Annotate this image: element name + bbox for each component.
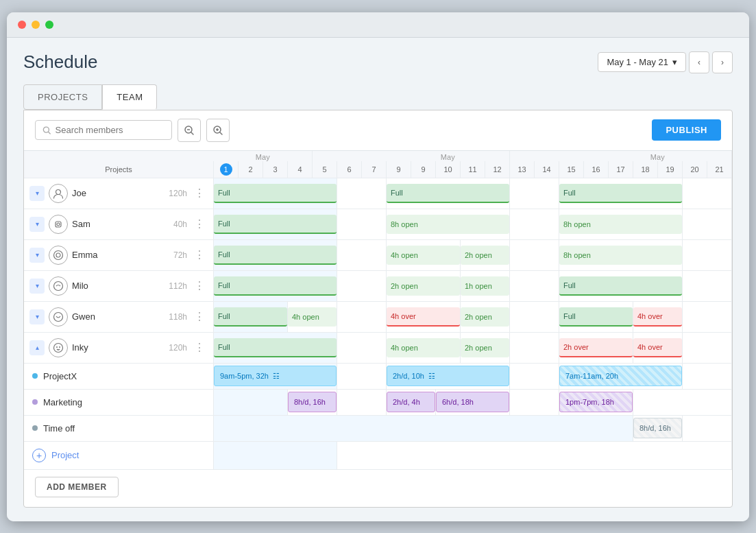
more-joe-button[interactable]: ⋮ [191,187,208,200]
joe-bar-3[interactable]: Full [559,178,683,209]
sam-bar-1[interactable]: Full [214,209,337,239]
gwen-empty-3 [683,301,732,332]
emma-bar-3[interactable]: 2h open [461,239,510,270]
day-3: 3 [263,161,288,178]
gwen-bar-1[interactable]: Full [214,301,288,332]
milo-bar-1[interactable]: Full [214,270,337,301]
member-name-milo: Milo [72,281,164,291]
inky-bar-2[interactable]: 4h open [387,332,461,363]
expand-inky-button[interactable]: ▴ [29,340,45,355]
milo-bar-4[interactable]: Full [559,270,683,301]
marketing-empty-3 [510,389,559,415]
search-box[interactable] [35,120,172,140]
date-range-button[interactable]: May 1 - May 21 ▾ [598,52,686,72]
svg-point-18 [59,346,60,348]
add-project-cell[interactable]: + Project [24,441,214,469]
add-member-button[interactable]: ADD MEMBER [35,477,119,497]
inky-bar-3[interactable]: 2h open [461,332,510,363]
member-cell-joe: ▾ Joe 120h ⋮ [24,178,214,209]
sam-empty-2 [510,209,559,239]
expand-joe-button[interactable]: ▾ [29,186,45,201]
more-emma-button[interactable]: ⋮ [191,248,208,261]
emma-bar-2[interactable]: 4h open [387,239,461,270]
timeoff-bar-1[interactable]: 8h/d, 16h [633,415,683,441]
schedule-grid: May May May Projects 1 2 3 4 [24,151,732,470]
marketing-bar-4[interactable]: 1pm-7pm, 18h [559,389,633,415]
marketing-bar-1[interactable]: 8h/d, 16h [288,389,337,415]
day-11: 11 [461,161,485,178]
maximize-btn[interactable] [45,21,53,29]
member-hours-inky: 120h [169,343,187,353]
milo-bar-2[interactable]: 2h open [387,270,461,301]
day-20: 20 [683,161,707,178]
emma-bar-4[interactable]: 8h open [559,239,683,270]
expand-sam-button[interactable]: ▾ [29,217,45,232]
svg-rect-10 [56,222,61,227]
projectx-bar-1[interactable]: 9am-5pm, 32h ☷ [214,363,337,389]
title-bar [7,12,749,38]
inky-bar-4[interactable]: 2h over [559,332,633,363]
close-btn[interactable] [18,21,26,29]
emma-bar-1[interactable]: Full [214,239,337,270]
sam-bar-3[interactable]: 8h open [559,209,683,239]
marketing-bar-3[interactable]: 6h/d, 18h [436,389,510,415]
add-project-icon: + [32,449,46,462]
month-label-2: May [387,151,510,161]
member-name-joe: Joe [72,188,164,198]
month-label-3: May [584,151,732,161]
inky-bar-1[interactable]: Full [214,332,337,363]
member-hours-joe: 120h [169,189,187,198]
gwen-bar-3[interactable]: 4h over [387,301,461,332]
joe-empty-1 [337,178,387,209]
more-sam-button[interactable]: ⋮ [191,217,208,230]
more-milo-button[interactable]: ⋮ [191,279,208,292]
sam-bar-2[interactable]: 8h open [387,209,510,239]
marketing-bar-2[interactable]: 2h/d, 4h [387,389,436,415]
month-header-row: May May May [24,151,732,161]
zoom-out-button[interactable] [178,119,201,142]
project-name-projectx: ProjectX [43,371,77,381]
gwen-bar-2[interactable]: 4h open [288,301,337,332]
expand-emma-button[interactable]: ▾ [29,248,45,263]
inky-bar-5[interactable]: 4h over [633,332,683,363]
joe-bar-1[interactable]: Full [214,178,337,209]
gwen-bar-5[interactable]: Full [559,301,633,332]
marketing-empty-4 [633,389,732,415]
member-cell-inky: ▴ Inky 120h ⋮ [24,332,214,363]
more-inky-button[interactable]: ⋮ [191,341,208,354]
day-5: 5 [313,161,337,178]
zoom-in-button[interactable] [206,119,230,142]
tab-team[interactable]: TEAM [102,84,157,110]
projectx-bar-3[interactable]: 7am-11am, 20h [559,363,683,389]
expand-gwen-button[interactable]: ▾ [29,309,45,324]
publish-button[interactable]: PUBLISH [652,119,721,141]
projectx-bar-2[interactable]: 2h/d, 10h ☷ [387,363,510,389]
day-4: 4 [288,161,313,178]
emma-empty-3 [683,239,732,270]
gwen-bar-4[interactable]: 2h open [461,301,510,332]
day-9: 9 [411,161,436,178]
project-label-projectx: ProjectX [24,363,214,389]
marketing-empty-1 [214,389,288,415]
day-header-row: Projects 1 2 3 4 5 6 7 9 9 10 11 [24,161,732,178]
project-row-timeoff: Time off 8h/d, 16h [24,415,732,441]
day-21: 21 [707,161,732,178]
next-arrow-button[interactable]: › [712,51,733,73]
member-hours-sam: 40h [173,220,187,229]
joe-bar-2[interactable]: Full [387,178,510,209]
milo-bar-3[interactable]: 1h open [461,270,510,301]
main-panel: PUBLISH [23,110,733,508]
minimize-btn[interactable] [32,21,40,29]
joe-empty-2 [510,178,559,209]
svg-point-11 [57,223,60,226]
chevron-down-icon: ▾ [672,57,677,67]
search-input[interactable] [56,125,164,135]
gwen-bar-6[interactable]: 4h over [633,301,683,332]
expand-milo-button[interactable]: ▾ [29,279,45,294]
prev-arrow-button[interactable]: ‹ [689,51,709,73]
more-gwen-button[interactable]: ⋮ [191,310,208,323]
member-row-joe: ▾ Joe 120h ⋮ [24,178,732,209]
project-row-projectx: ProjectX 9am-5pm, 32h ☷ 2h/d, 10h ☷ [24,363,732,389]
tab-projects[interactable]: PROJECTS [23,84,102,110]
svg-point-13 [56,253,60,257]
